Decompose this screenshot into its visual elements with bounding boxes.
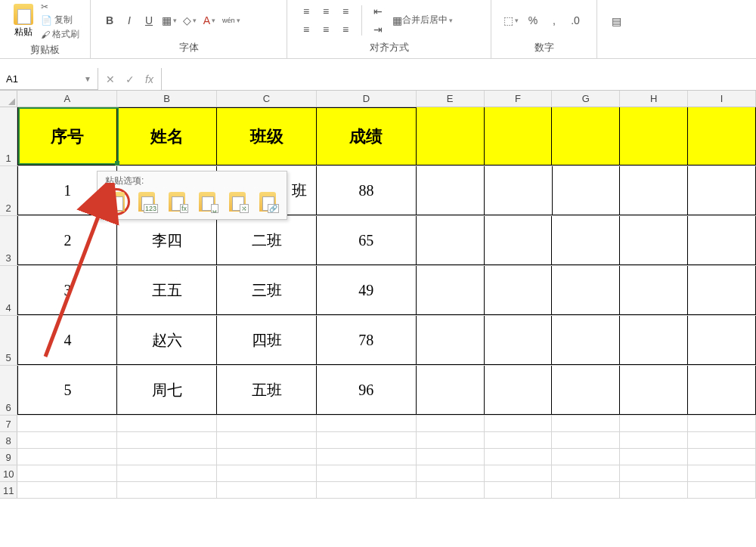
indent-increase-button[interactable]: ⇥ xyxy=(370,21,386,38)
paste-option-formatting[interactable]: ␣ xyxy=(196,190,218,213)
cell[interactable] xyxy=(552,366,620,415)
comma-button[interactable]: , xyxy=(546,12,562,29)
cell[interactable] xyxy=(417,166,485,215)
cell[interactable] xyxy=(552,107,620,165)
cell[interactable] xyxy=(620,216,688,265)
cell[interactable] xyxy=(620,449,688,465)
select-all-corner[interactable] xyxy=(0,91,17,107)
paste-option-formulas[interactable]: fx xyxy=(166,190,188,213)
col-header[interactable]: B xyxy=(117,91,217,107)
cell[interactable] xyxy=(117,449,217,465)
cell[interactable]: 王五 xyxy=(117,266,217,315)
cell[interactable] xyxy=(17,416,117,431)
formula-bar[interactable] xyxy=(162,68,756,90)
cell[interactable]: 五班 xyxy=(217,366,317,415)
cell[interactable] xyxy=(317,465,417,481)
cell[interactable]: 李四 xyxy=(117,216,217,265)
cell[interactable]: 78 xyxy=(317,316,417,365)
cell[interactable] xyxy=(620,432,688,448)
cell[interactable] xyxy=(217,416,317,431)
row-header[interactable]: 2 xyxy=(0,166,17,215)
cell[interactable] xyxy=(485,107,553,165)
cell[interactable] xyxy=(17,449,117,465)
cell[interactable] xyxy=(317,416,417,431)
cell[interactable] xyxy=(417,465,485,481)
row-header[interactable]: 1 xyxy=(0,107,17,165)
col-header[interactable]: E xyxy=(417,91,485,107)
cell[interactable]: 2 xyxy=(17,216,117,265)
cell[interactable] xyxy=(317,449,417,465)
cell[interactable] xyxy=(485,416,553,431)
paste-option-paste[interactable] xyxy=(105,190,128,213)
align-bottom-button[interactable]: ≡ xyxy=(337,3,354,20)
cell[interactable] xyxy=(417,216,485,265)
cell[interactable] xyxy=(417,366,485,415)
header-cell[interactable]: 序号 xyxy=(17,107,117,165)
header-cell[interactable]: 班级 xyxy=(217,107,317,165)
cell[interactable] xyxy=(552,465,620,481)
cell[interactable] xyxy=(620,107,688,165)
cell[interactable] xyxy=(553,166,621,215)
fx-button[interactable]: fx xyxy=(145,73,153,85)
row-header[interactable]: 7 xyxy=(0,416,17,431)
paste-option-transpose[interactable]: ⤭ xyxy=(226,190,249,213)
paste-option-values[interactable]: 123 xyxy=(135,190,158,213)
cell[interactable] xyxy=(552,266,620,315)
header-cell[interactable]: 成绩 xyxy=(317,107,417,165)
cell[interactable]: 四班 xyxy=(217,316,317,365)
cell[interactable]: 3 xyxy=(17,266,117,315)
cell[interactable] xyxy=(417,316,485,365)
col-header[interactable]: H xyxy=(620,91,688,107)
row-header[interactable]: 10 xyxy=(0,465,17,481)
font-color-button[interactable]: A xyxy=(201,12,218,29)
cell[interactable]: 三班 xyxy=(217,266,317,315)
cell[interactable] xyxy=(688,432,756,448)
cell[interactable] xyxy=(417,432,485,448)
cancel-formula-button[interactable]: ✕ xyxy=(106,73,115,85)
cell[interactable] xyxy=(417,107,485,165)
cell[interactable] xyxy=(688,482,756,498)
cell[interactable] xyxy=(485,166,553,215)
cut-button[interactable]: ✂ xyxy=(41,2,79,12)
cell[interactable] xyxy=(620,482,688,498)
cell[interactable] xyxy=(552,482,620,498)
cell[interactable] xyxy=(688,366,756,415)
cell[interactable] xyxy=(688,465,756,481)
row-header[interactable]: 6 xyxy=(0,366,17,415)
phonetic-button[interactable]: wén xyxy=(221,12,242,29)
cell[interactable] xyxy=(217,465,317,481)
cell[interactable]: 赵六 xyxy=(117,316,217,365)
cell[interactable] xyxy=(217,432,317,448)
row-header[interactable]: 8 xyxy=(0,432,17,448)
cell[interactable] xyxy=(688,107,756,165)
cell[interactable] xyxy=(620,416,688,431)
conditional-formatting-button[interactable]: ▤ xyxy=(608,13,624,29)
cell[interactable]: 65 xyxy=(317,216,417,265)
cell[interactable] xyxy=(620,366,688,415)
cell[interactable] xyxy=(688,449,756,465)
align-middle-button[interactable]: ≡ xyxy=(318,3,334,20)
col-header[interactable]: A xyxy=(17,91,117,107)
paste-option-link[interactable]: 🔗 xyxy=(256,190,279,213)
cell[interactable] xyxy=(688,266,756,315)
align-left-button[interactable]: ≡ xyxy=(298,21,314,38)
cell[interactable]: 周七 xyxy=(117,366,217,415)
cell[interactable] xyxy=(485,266,553,315)
copy-button[interactable]: 📄复制 xyxy=(41,14,79,26)
row-header[interactable]: 3 xyxy=(0,216,17,265)
col-header[interactable]: C xyxy=(217,91,317,107)
cell[interactable] xyxy=(17,432,117,448)
col-header[interactable]: G xyxy=(552,91,620,107)
cell[interactable] xyxy=(417,482,485,498)
cell[interactable] xyxy=(552,216,620,265)
cell[interactable] xyxy=(417,266,485,315)
cell[interactable] xyxy=(620,266,688,315)
cell[interactable] xyxy=(117,482,217,498)
percent-button[interactable]: % xyxy=(525,12,541,29)
bold-button[interactable]: B xyxy=(101,12,118,29)
cell[interactable] xyxy=(620,166,688,215)
cell[interactable] xyxy=(485,482,553,498)
align-right-button[interactable]: ≡ xyxy=(337,21,354,38)
cell[interactable] xyxy=(417,416,485,431)
cell[interactable] xyxy=(485,316,553,365)
